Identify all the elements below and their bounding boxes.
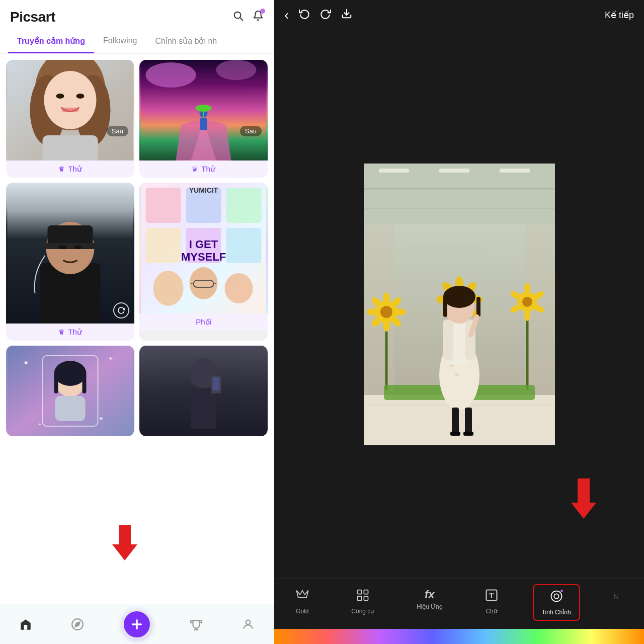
tool-hieu-ung[interactable]: fx Hiệu Ứng	[409, 584, 451, 614]
svg-rect-124	[463, 432, 473, 436]
tool-gold[interactable]: Gold	[287, 584, 317, 619]
svg-rect-27	[146, 188, 181, 223]
svg-rect-30	[146, 228, 181, 263]
svg-rect-32	[226, 228, 262, 263]
svg-point-38	[225, 273, 253, 303]
dark-wall-image	[139, 346, 268, 436]
item3-bottom[interactable]: ♛ Thử	[6, 324, 134, 341]
crown-icon-2: ♛	[192, 165, 198, 173]
svg-rect-122	[465, 408, 472, 435]
back-icon[interactable]: ‹	[284, 7, 289, 23]
try-label-3: Thử	[68, 328, 82, 337]
svg-point-91	[522, 297, 532, 307]
grid-item-fantasy[interactable]: Sau ♛ Thử	[139, 60, 268, 178]
item2-bottom[interactable]: ♛ Thử	[139, 160, 268, 178]
svg-rect-24	[59, 246, 66, 249]
left-header: Picsart	[0, 0, 274, 30]
image-canvas	[274, 30, 644, 579]
nav-explore[interactable]	[71, 618, 84, 631]
tabs-bar: Truyền cảm hứng Following Chỉnh sửa bởi …	[0, 30, 274, 54]
svg-rect-123	[450, 432, 460, 436]
try-label-1: Thử	[68, 165, 82, 174]
header-icons	[232, 10, 264, 24]
bottom-nav	[0, 604, 274, 644]
tool-tinh-chinh[interactable]: Tinh Chỉnh	[533, 584, 580, 621]
svg-text:N: N	[614, 593, 619, 601]
refresh-icon[interactable]	[113, 302, 129, 318]
try-label-2: Thử	[201, 165, 215, 174]
svg-rect-10	[62, 108, 79, 112]
tab-inspiration[interactable]: Truyền cảm hứng	[8, 30, 94, 53]
svg-point-80	[380, 306, 392, 318]
red-arrow-right-svg	[569, 478, 599, 519]
chu-icon: T	[485, 588, 499, 606]
svg-rect-58	[213, 377, 220, 390]
anime-man-image	[6, 183, 134, 324]
add-button[interactable]	[122, 610, 151, 639]
svg-rect-128	[364, 590, 368, 594]
tool-cong-cu[interactable]: Công cụ	[343, 584, 382, 619]
search-icon[interactable]	[232, 10, 244, 24]
grid-item-sparkle[interactable]: ✦ ✦ ✦ ✦	[6, 346, 134, 436]
next-button[interactable]: Kế tiếp	[605, 10, 634, 21]
grid-item-dark[interactable]	[139, 346, 268, 436]
item1-bottom[interactable]: ♛ Thử	[6, 160, 134, 178]
svg-rect-16	[200, 118, 207, 130]
store-photo-svg	[364, 164, 555, 445]
svg-point-49	[54, 361, 87, 386]
grid-item-anime-man[interactable]: ♛ Thử	[6, 183, 134, 341]
gold-icon	[295, 588, 309, 606]
sparkle-image: ✦ ✦ ✦ ✦	[6, 346, 134, 436]
svg-text:✦: ✦	[38, 422, 42, 427]
nav-trophy[interactable]	[190, 618, 203, 631]
svg-rect-56	[191, 388, 216, 429]
svg-point-135	[560, 590, 563, 592]
svg-rect-70	[439, 169, 469, 173]
item4-bottom[interactable]: Phối	[139, 313, 268, 331]
svg-point-113	[455, 373, 458, 376]
svg-text:✦: ✦	[108, 355, 113, 362]
svg-point-95	[524, 310, 530, 321]
svg-point-87	[367, 308, 379, 315]
grid-item-collage[interactable]: YUMICIT I GET MYSELF	[139, 183, 268, 341]
tab-chinh-sua[interactable]: Chỉnh sửa bởi như	[146, 30, 217, 53]
svg-rect-127	[358, 590, 362, 594]
svg-line-1	[240, 18, 243, 21]
svg-point-85	[383, 319, 390, 332]
svg-point-14	[216, 60, 257, 80]
svg-point-0	[234, 12, 241, 19]
download-icon[interactable]	[341, 8, 352, 22]
right-panel: ‹ Kế tiếp	[274, 0, 644, 644]
svg-point-134	[554, 594, 558, 598]
inspiration-grid: Sau ♛ Thử	[0, 54, 274, 604]
collage-image: YUMICIT I GET MYSELF	[139, 183, 268, 313]
svg-marker-62	[75, 622, 79, 626]
grid-item-woman[interactable]: Sau ♛ Thử	[6, 60, 134, 178]
tool-chu[interactable]: T Chữ	[476, 584, 507, 619]
nav-profile[interactable]	[242, 618, 255, 631]
notification-icon[interactable]	[253, 10, 264, 24]
svg-rect-51	[83, 373, 87, 393]
svg-rect-71	[500, 169, 530, 173]
notification-dot	[260, 9, 265, 14]
color-gradient-bar[interactable]	[274, 629, 644, 644]
svg-rect-25	[74, 246, 82, 249]
svg-rect-69	[379, 169, 409, 173]
crown-icon-1: ♛	[58, 165, 65, 173]
right-header: ‹ Kế tiếp	[274, 0, 644, 30]
svg-rect-115	[443, 319, 453, 360]
svg-text:YUMICIT: YUMICIT	[189, 186, 218, 194]
tab-following[interactable]: Following	[94, 30, 146, 53]
blend-label-4: Phối	[196, 317, 211, 327]
woman-image: Sau	[6, 60, 134, 160]
photo-container	[364, 164, 555, 445]
gold-label: Gold	[296, 608, 308, 615]
undo-icon[interactable]	[299, 8, 310, 22]
tinh-chinh-icon	[549, 589, 564, 607]
redo-icon[interactable]	[320, 8, 331, 22]
chu-label: Chữ	[486, 608, 497, 615]
sau-badge-1: Sau	[107, 126, 128, 136]
nav-add[interactable]	[122, 610, 151, 639]
next-tool-icon: N	[614, 588, 623, 606]
nav-home[interactable]	[19, 618, 32, 631]
